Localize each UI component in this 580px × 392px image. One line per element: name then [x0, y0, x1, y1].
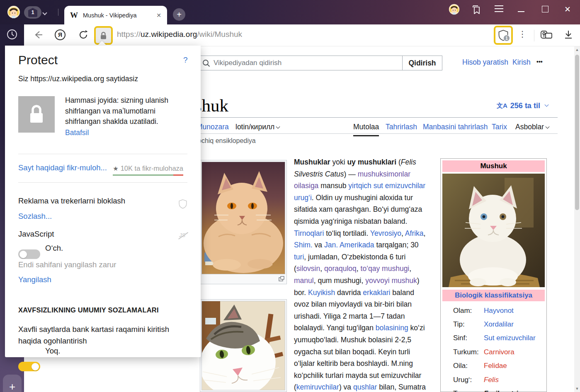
tabs-divider: [170, 133, 558, 134]
star-icon: ★: [113, 165, 118, 172]
browser-titlebar: 1 W Mushuk - Vikipediya ✕ + ✕: [0, 0, 580, 24]
address-bar[interactable]: https://uz.wikipedia.org/wiki/Mushuk: [117, 30, 242, 39]
user-avatar[interactable]: [7, 5, 20, 19]
bank-warning-label: Xavfli saytlarda bank kartasi raqamini k…: [18, 324, 176, 346]
new-tab-button[interactable]: +: [173, 8, 185, 21]
yandex-icon[interactable]: Я: [55, 29, 66, 40]
article-image-orange-cat[interactable]: [200, 160, 287, 284]
taxonomy-row: Oila:Felidae: [442, 359, 545, 373]
back-icon[interactable]: [32, 29, 43, 40]
white-kitten-photo: [442, 174, 545, 287]
divider: [18, 182, 187, 183]
taxonomy-row: Olam:Hayvonot: [442, 304, 545, 317]
adblock-settings-link[interactable]: Sozlash...: [18, 212, 52, 221]
wiki-search[interactable]: [198, 56, 403, 70]
protect-help-link[interactable]: ?: [183, 56, 188, 65]
details-link[interactable]: Batafsil: [65, 128, 89, 137]
reload-page-link[interactable]: Yangilash: [18, 275, 51, 284]
infobox-image-white-kitten[interactable]: [442, 174, 545, 289]
rating-bar-positive: [113, 174, 173, 176]
chevron-down-icon: [276, 125, 280, 129]
search-button[interactable]: Qidirish: [402, 56, 442, 70]
language-icon: 文A: [497, 102, 507, 110]
minimize-icon[interactable]: [518, 11, 524, 12]
maximize-icon[interactable]: [542, 6, 548, 12]
protect-shield-button[interactable]: 1: [494, 26, 513, 45]
shield-badge: 1: [503, 35, 510, 41]
javascript-toggle[interactable]: [18, 249, 40, 259]
reload-note: Endi sahifani yangilash zarur: [18, 260, 116, 269]
adblock-label: Reklama va trekerlarni bloklash: [18, 196, 125, 206]
tab-tarix[interactable]: Tarix: [492, 123, 507, 131]
scrollbar-up-icon[interactable]: ▲: [574, 46, 580, 53]
titlebar-separator: [58, 9, 58, 16]
search-icon: [202, 59, 210, 67]
security-settings-heading: XAVFSIZLIKNING UMUMIY SOZLAMALARI: [18, 306, 159, 314]
password-manager-icon[interactable]: [540, 29, 553, 41]
connection-lock-tile: [18, 96, 55, 133]
login-link[interactable]: Kirish: [512, 58, 531, 67]
bank-warning-state-label: Yoq.: [45, 346, 60, 356]
title-divider: [170, 117, 558, 118]
tab-mutolaa[interactable]: Mutolaa: [353, 123, 379, 136]
toolbar-separator: [534, 30, 534, 41]
lock-icon: [100, 31, 107, 40]
tab-manbasini-tahrirlash[interactable]: Manbasini tahrirlash: [423, 123, 488, 131]
taxonomy-row: Sinf:Sut emizuvchilar: [442, 332, 545, 345]
reload-icon[interactable]: [78, 29, 89, 40]
create-account-link[interactable]: Hisob yaratish: [462, 58, 508, 67]
search-input[interactable]: [214, 59, 388, 67]
tab-list-chevron[interactable]: [43, 9, 46, 16]
bookmarks-icon[interactable]: [471, 5, 482, 15]
feedback-rating: ★ 10K ta fikr-mulohaza: [112, 165, 183, 172]
image-expand-icon[interactable]: [279, 276, 284, 281]
close-window-icon[interactable]: ✕: [563, 5, 572, 14]
site-subtitle: ochiq ensiklopediya: [198, 137, 256, 145]
orange-cat-photo: [202, 162, 285, 274]
lock-icon: [28, 104, 45, 124]
tab-close-icon[interactable]: ✕: [156, 12, 161, 19]
javascript-disabled-icon: JS: [179, 232, 375, 238]
taxonomy-row: Tip:Xordalilar: [442, 317, 545, 331]
wikipedia-favicon: W: [70, 11, 78, 20]
taxonomy-row: Tur:F. silvestris: [442, 387, 545, 392]
article-image-white-cat[interactable]: [200, 299, 287, 392]
javascript-state-label: Oʻch.: [45, 244, 63, 253]
taxonomy-table: Olam:HayvonotTip:XordalilarSinf:Sut emiz…: [442, 304, 545, 392]
infobox-title: Mushuk: [442, 160, 545, 172]
white-cat-photo: [202, 301, 285, 390]
tab-counter[interactable]: 1: [24, 6, 41, 19]
rating-bar-negative: [173, 174, 183, 176]
divider: [18, 154, 187, 154]
connection-status-text: Hammasi joyida: sizning ulanish shifrlan…: [65, 95, 184, 127]
browser-tab[interactable]: W Mushuk - Vikipediya ✕: [64, 6, 167, 24]
tab-munozara[interactable]: Munozara: [197, 123, 229, 131]
variant-dropdown[interactable]: lotin/кирилл: [235, 123, 279, 131]
protect-panel: Protect ? Siz https://uz.wikipedia.org s…: [5, 46, 201, 357]
site-feedback-link[interactable]: Sayt haqidagi fikr-muloh...: [18, 163, 107, 172]
menu-icon[interactable]: [495, 5, 503, 12]
scrollbar-thumb[interactable]: [575, 55, 579, 210]
toolbar-kebab-icon[interactable]: ⋮: [518, 29, 527, 39]
user-menu-ellipsis[interactable]: •••: [536, 58, 543, 65]
tab-tahrirlash[interactable]: Tahrirlash: [386, 123, 417, 131]
infobox: Mushuk Biologik klassifikatsiya Olam:Hay…: [440, 158, 547, 392]
adblock-shield-icon: [178, 199, 187, 209]
downloads-icon[interactable]: [563, 29, 574, 41]
taxonomy-row: Urugʻ:Felis: [442, 373, 545, 387]
javascript-label: JavaScript: [18, 230, 54, 239]
bank-warning-toggle[interactable]: [18, 362, 40, 371]
chevron-down-icon: [546, 125, 550, 129]
protect-site-line: Siz https://uz.wikipedia.org saytidasiz: [18, 75, 138, 83]
protect-title: Protect: [18, 53, 58, 67]
history-icon[interactable]: [7, 29, 17, 40]
sidebar-add-button[interactable]: +: [3, 375, 22, 392]
language-selector[interactable]: 文A 256 ta til: [497, 102, 548, 110]
tools-dropdown[interactable]: Asboblar: [515, 123, 549, 131]
rating-bar: [113, 174, 183, 176]
profile-avatar[interactable]: [449, 4, 460, 15]
scrollbar-down-icon[interactable]: ▼: [574, 385, 580, 392]
tab-counter-badge: 1: [28, 8, 37, 17]
article-text: Mushuklar yoki uy mushuklari (Felis Silv…: [294, 156, 430, 392]
tab-title: Mushuk - Vikipediya: [83, 12, 151, 19]
